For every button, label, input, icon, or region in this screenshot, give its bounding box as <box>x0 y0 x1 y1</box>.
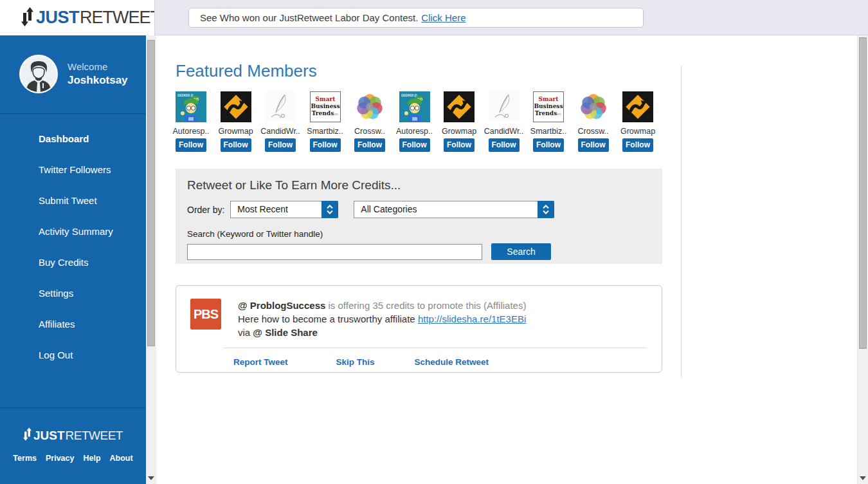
member-avatar-growmap[interactable] <box>622 91 653 122</box>
tweet-author-avatar[interactable]: PBS <box>190 299 221 330</box>
svg-text:Business: Business <box>311 103 339 109</box>
follow-button[interactable]: Follow <box>622 138 653 152</box>
sidebar-scrollbar-thumb[interactable] <box>147 40 155 346</box>
select-stepper-icon <box>538 201 554 218</box>
tweet-via-label: via <box>238 327 250 338</box>
page-scroll-down-icon[interactable] <box>860 476 866 480</box>
follow-button[interactable]: Follow <box>354 138 385 152</box>
tweet-author-handle[interactable]: @ ProblogSuccess <box>238 300 325 311</box>
footer-link-privacy[interactable]: Privacy <box>46 454 74 463</box>
sidebar-item-dashboard[interactable]: Dashboard <box>0 124 146 154</box>
order-by-select[interactable]: Most Recent <box>230 201 338 218</box>
user-avatar <box>19 55 58 93</box>
member-name: Growmap <box>218 127 253 136</box>
follow-button[interactable]: Follow <box>489 138 520 152</box>
follow-button[interactable]: Follow <box>310 138 341 152</box>
member-avatar-growmap[interactable] <box>221 91 251 122</box>
member-card: GrowmapFollow <box>444 91 475 153</box>
tweet-offer-text: is offering 35 credits to promote this (… <box>329 300 527 311</box>
tweet-text: Here how to become a trusworthy affiliat… <box>238 313 415 324</box>
header: JUST RETWEET See Who won our JustRetweet… <box>0 0 868 35</box>
member-card: SmartBusinessTrends.comSmartbiz..Follow <box>533 91 564 153</box>
member-avatar-growmap[interactable] <box>444 91 475 122</box>
footer-link-help[interactable]: Help <box>83 454 100 463</box>
logo-area: JUST RETWEET <box>0 0 154 35</box>
justretweet-logo[interactable]: JUST RETWEET <box>21 7 160 29</box>
member-avatar-candidwriter[interactable] <box>265 91 296 122</box>
sidebar-scroll-down-icon[interactable] <box>148 476 154 480</box>
footer-logo-retweet: RETWEET <box>66 429 123 443</box>
banner-text: See Who won our JustRetweet Labor Day Co… <box>200 12 418 23</box>
sidebar-item-settings[interactable]: Settings <box>0 278 146 309</box>
banner-click-here-link[interactable]: Click Here <box>421 12 466 23</box>
search-button[interactable]: Search <box>491 243 551 260</box>
logo-text-just: JUST <box>36 8 79 28</box>
sidebar-item-activity-summary[interactable]: Activity Summary <box>0 216 146 247</box>
member-name: CandidWr.. <box>260 127 300 136</box>
sidebar-item-buy-credits[interactable]: Buy Credits <box>0 247 146 278</box>
user-block: Welcome Joshkotsay <box>0 35 146 113</box>
member-card: GEEKED @AGAutoresp..Follow <box>399 91 430 153</box>
member-avatar-crosswalk[interactable] <box>578 91 609 122</box>
tweet-action-schedule-retweet[interactable]: Schedule Retweet <box>415 357 489 367</box>
footer-links: TermsPrivacyHelpAbout <box>0 454 146 463</box>
member-card: CandidWr..Follow <box>265 91 296 153</box>
sidebar-item-log-out[interactable]: Log Out <box>0 340 146 371</box>
sidebar-item-submit-tweet[interactable]: Submit Tweet <box>0 185 146 216</box>
member-avatar-autoresponder[interactable]: GEEKED @AG <box>399 91 430 122</box>
search-input[interactable] <box>187 244 482 260</box>
tweet-link[interactable]: http://slidesha.re/1tE3EBi <box>418 313 526 324</box>
member-name: Growmap <box>620 127 655 136</box>
svg-text:Trends: Trends <box>535 110 557 116</box>
sidebar-item-twitter-followers[interactable]: Twitter Followers <box>0 154 146 185</box>
filter-panel-title: Retweet or Like To Earn More Credits... <box>187 178 651 192</box>
tweet-card: PBS @ ProblogSuccess is offering 35 cred… <box>176 285 662 373</box>
footer-link-about[interactable]: About <box>110 454 133 463</box>
page-scrollbar-thumb[interactable] <box>859 37 867 349</box>
follow-button[interactable]: Follow <box>399 138 430 152</box>
follow-button[interactable]: Follow <box>533 138 564 152</box>
sidebar-footer: JUST RETWEET TermsPrivacyHelpAbout <box>0 407 146 463</box>
tweet-actions: Report TweetSkip ThisSchedule Retweet <box>233 356 647 368</box>
svg-text:.com: .com <box>555 113 561 116</box>
content-right-divider <box>681 66 682 378</box>
member-avatar-smartbiz[interactable]: SmartBusinessTrends.com <box>310 91 341 122</box>
member-card: Crossw..Follow <box>354 91 385 153</box>
member-name: Growmap <box>442 127 476 136</box>
follow-button[interactable]: Follow <box>444 138 475 152</box>
username: Joshkotsay <box>68 74 128 87</box>
member-avatar-autoresponder[interactable]: GEEKED @AG <box>176 91 206 122</box>
member-name: Crossw.. <box>354 127 385 136</box>
member-avatar-candidwriter[interactable] <box>489 91 520 122</box>
tweet-action-report-tweet[interactable]: Report Tweet <box>233 357 288 367</box>
follow-button[interactable]: Follow <box>176 138 206 152</box>
sidebar-scrollbar[interactable] <box>146 35 156 484</box>
follow-button[interactable]: Follow <box>221 138 251 152</box>
footer-link-terms[interactable]: Terms <box>13 454 37 463</box>
svg-text:.com: .com <box>332 113 338 116</box>
svg-text:Business: Business <box>534 103 563 109</box>
main-content: Featured Members GEEKED @AGAutoresp..Fol… <box>156 35 857 484</box>
sidebar-item-affiliates[interactable]: Affiliates <box>0 309 146 340</box>
featured-members-title: Featured Members <box>176 61 317 81</box>
tweet-action-skip-this[interactable]: Skip This <box>336 357 375 367</box>
category-select[interactable]: All Categories <box>354 201 554 218</box>
member-avatar-smartbiz[interactable]: SmartBusinessTrends.com <box>533 91 564 122</box>
search-label: Search (Keyword or Twitter handle) <box>187 229 651 239</box>
svg-text:Smart: Smart <box>539 96 559 102</box>
follow-button[interactable]: Follow <box>578 138 609 152</box>
category-value: All Categories <box>354 201 538 218</box>
filter-panel: Retweet or Like To Earn More Credits... … <box>176 169 662 264</box>
footer-retweet-arrows-icon <box>23 427 32 443</box>
follow-button[interactable]: Follow <box>265 138 296 152</box>
select-stepper-icon <box>321 201 338 218</box>
page-scrollbar[interactable] <box>857 35 868 484</box>
logo-text-retweet: RETWEET <box>80 8 160 28</box>
retweet-arrows-icon <box>21 7 33 29</box>
member-avatar-crosswalk[interactable] <box>354 91 385 122</box>
sidebar-divider <box>0 113 146 114</box>
tweet-via-handle[interactable]: @ Slide Share <box>253 327 318 338</box>
featured-members-row: GEEKED @AGAutoresp..FollowGrowmapFollowC… <box>176 91 653 153</box>
contest-banner: See Who won our JustRetweet Labor Day Co… <box>188 8 644 28</box>
member-card: GrowmapFollow <box>622 91 653 153</box>
